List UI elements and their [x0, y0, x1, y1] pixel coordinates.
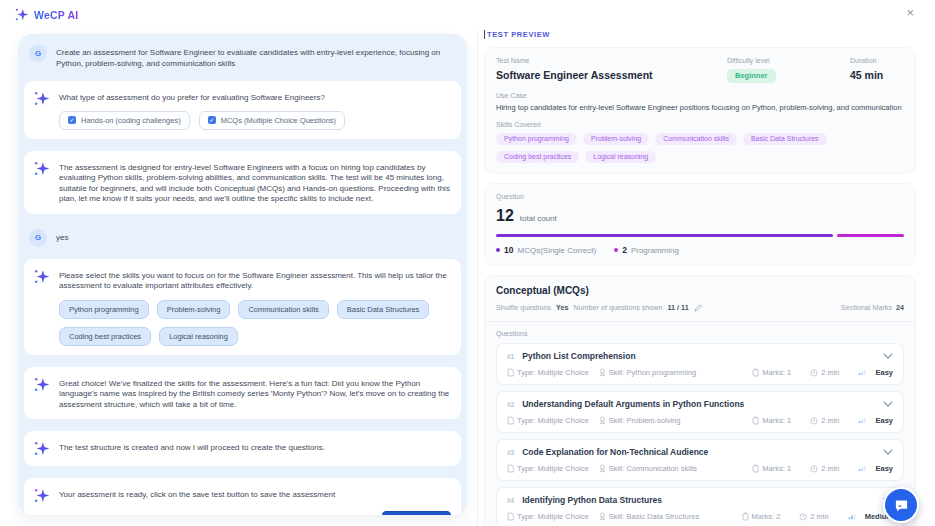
skill-chip-python[interactable]: Python programming	[59, 300, 149, 319]
legend-programming: 2 Programming	[614, 245, 679, 255]
skill-tag: Basic Data Structures	[743, 133, 827, 145]
app-title: WeCP AI	[34, 9, 78, 21]
signal-bars-icon	[858, 417, 866, 424]
question-item-2[interactable]: #2 Understanding Default Arguments in Py…	[496, 391, 904, 433]
question-marks: Marks: 2	[752, 512, 781, 521]
file-icon	[507, 464, 514, 473]
duration-label: Duration	[850, 57, 904, 64]
chevron-down-icon[interactable]	[883, 449, 893, 455]
section-title: Conceptual (MCQs)	[496, 285, 904, 296]
legend-mcq: 10 MCQs(Single Correct)	[496, 245, 596, 255]
use-case-text: Hiring top candidates for entry-level So…	[496, 103, 904, 112]
ai-message-text: The test structure is created and now I …	[59, 440, 451, 454]
preview-header-label: TEST PREVIEW	[487, 30, 550, 39]
preview-header: TEST PREVIEW	[484, 30, 916, 39]
edit-pencil-icon[interactable]	[694, 304, 702, 312]
question-label: Question	[496, 193, 904, 200]
question-number: #3	[507, 449, 514, 456]
programming-bar-segment	[837, 234, 904, 238]
question-time: 2 min	[810, 512, 828, 521]
skill-chip-problem-solving[interactable]: Problem-solving	[157, 300, 231, 319]
clock-icon	[799, 513, 807, 521]
save-test-button[interactable]: Save test →	[382, 511, 451, 516]
question-skill: Skill: Communication skills	[609, 464, 697, 473]
question-total-count: 12	[496, 207, 514, 225]
sparkle-icon	[33, 376, 50, 393]
question-type: Type: Multiple Choice	[517, 512, 589, 521]
difficulty-badge: Beginner	[727, 69, 776, 83]
user-message-text: yes	[56, 229, 68, 244]
duration-value: 45 min	[850, 69, 904, 81]
option-mcqs[interactable]: ✓ MCQs (Multiple Choice Questions)	[199, 111, 345, 130]
ai-message-text: The assessment is designed for entry-lev…	[59, 160, 451, 205]
sparkle-icon	[33, 440, 50, 457]
skill-chip-data-structures[interactable]: Basic Data Structures	[337, 300, 430, 319]
option-hands-on[interactable]: ✓ Hands-on (coding challenges)	[59, 111, 190, 130]
question-title: Code Explanation for Non-Technical Audie…	[522, 447, 708, 457]
skill-chip-logical-reasoning[interactable]: Logical reasoning	[159, 327, 238, 346]
question-marks: Marks: 1	[762, 368, 791, 377]
clipboard-icon	[752, 416, 759, 425]
chat-fab-button[interactable]	[883, 487, 919, 523]
user-message-text: Create an assessment for Software Engine…	[56, 44, 455, 69]
questions-list-label: Questions	[496, 330, 904, 337]
signal-bars-icon	[858, 465, 866, 472]
ai-message-text: What type of assessment do you prefer fo…	[59, 90, 451, 104]
question-time: 2 min	[821, 464, 839, 473]
question-time: 2 min	[821, 368, 839, 377]
test-name-label: Test Name	[496, 57, 727, 64]
shown-label: Number of questions shown	[573, 303, 662, 312]
user-avatar: G	[29, 44, 47, 62]
skill-options: Python programming Problem-solving Commu…	[59, 300, 451, 346]
ai-message-text: Your asessment is ready, click on the sa…	[59, 487, 451, 501]
test-name: Software Engineer Assessment	[496, 69, 727, 81]
skill-tag: Problem-solving	[583, 133, 649, 145]
question-marks: Marks: 1	[762, 416, 791, 425]
panel-divider	[477, 30, 478, 526]
question-type: Type: Multiple Choice	[517, 464, 589, 473]
ai-message-fun-fact: Great choice! We've finalized the skills…	[24, 367, 461, 420]
clipboard-icon	[752, 368, 759, 377]
clock-icon	[810, 369, 818, 377]
assessment-type-options: ✓ Hands-on (coding challenges) ✓ MCQs (M…	[59, 111, 451, 130]
ai-message-skills: Please select the skills you want to foc…	[24, 259, 461, 355]
question-difficulty: Easy	[875, 464, 893, 473]
option-label: MCQs (Multiple Choice Questions)	[221, 116, 336, 125]
conceptual-mcqs-card: Conceptual (MCQs) Shuffle questions Yes …	[484, 275, 916, 526]
use-case-label: Use Case	[496, 92, 904, 99]
close-icon[interactable]: ×	[906, 5, 914, 21]
sparkle-icon	[33, 160, 50, 177]
signal-bars-icon	[858, 369, 866, 376]
chevron-down-icon[interactable]	[883, 353, 893, 359]
medal-icon	[599, 368, 606, 377]
mcq-bar-segment	[496, 234, 833, 238]
question-number: #2	[507, 401, 514, 408]
skill-tag: Logical reasoning	[585, 151, 656, 163]
medal-icon	[599, 416, 606, 425]
question-number: #4	[507, 497, 514, 504]
ai-message-text: Please select the skills you want to foc…	[59, 268, 451, 292]
question-item-4[interactable]: #4 Identifying Python Data Structures Ty…	[496, 487, 904, 526]
file-icon	[507, 368, 514, 377]
question-number: #1	[507, 353, 514, 360]
test-info-card: Test Name Software Engineer Assessment D…	[484, 47, 916, 174]
sparkle-icon	[33, 268, 50, 285]
question-item-1[interactable]: #1 Python List Comprehension Type: Multi…	[496, 343, 904, 385]
clock-icon	[810, 465, 818, 473]
skill-chip-communication[interactable]: Communication skills	[238, 300, 328, 319]
file-icon	[507, 512, 514, 521]
chevron-down-icon[interactable]	[883, 401, 893, 407]
question-summary-card: Question 12 total count 10 MCQs(Single C…	[484, 183, 916, 267]
chat-panel: G Create an assessment for Software Engi…	[18, 34, 467, 515]
shuffle-label: Shuffle questions	[496, 303, 551, 312]
question-item-3[interactable]: #3 Code Explanation for Non-Technical Au…	[496, 439, 904, 481]
ai-message-structure-created: The test structure is created and now I …	[24, 431, 461, 466]
signal-bars-icon	[848, 513, 856, 520]
question-title: Identifying Python Data Structures	[522, 495, 662, 505]
question-time: 2 min	[821, 416, 839, 425]
question-legend: 10 MCQs(Single Correct) 2 Programming	[496, 245, 904, 255]
skill-chip-coding-practices[interactable]: Coding best practices	[59, 327, 151, 346]
chat-bubble-icon	[894, 498, 909, 513]
checkbox-checked-icon: ✓	[208, 116, 216, 124]
text-caret	[484, 30, 485, 39]
